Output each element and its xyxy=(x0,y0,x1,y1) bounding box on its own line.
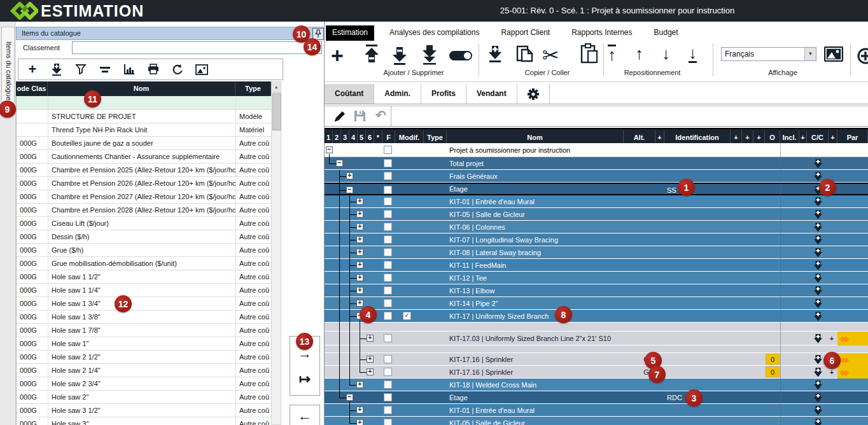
move-up-remove-icon[interactable] xyxy=(363,45,381,65)
tree-row[interactable]: +KIT-07 | Longitudinal Sway Bracing xyxy=(325,233,868,246)
pencil-icon[interactable] xyxy=(333,110,346,123)
catalog-row[interactable]: 000GHole saw 2 3/4"Autre coû xyxy=(17,377,272,391)
copy-icon[interactable] xyxy=(515,45,535,65)
menu-tab-budget[interactable]: Budget xyxy=(648,25,685,41)
incl-arrow-icon[interactable] xyxy=(814,172,822,181)
sub-tab-co-tant[interactable]: Coûtant xyxy=(325,84,374,104)
tree-expander[interactable]: + xyxy=(367,368,374,375)
language-select[interactable]: Français ▼ xyxy=(721,47,816,61)
sub-tab-admin-[interactable]: Admin. xyxy=(374,84,421,104)
tree-expander[interactable]: + xyxy=(356,300,363,307)
catalog-row[interactable]: 000GHole saw 3 1/2"Autre coû xyxy=(17,404,272,417)
incl-arrow-icon[interactable] xyxy=(814,355,822,365)
tree-row[interactable]: +KIT-11 | FeedMain xyxy=(325,259,868,272)
classement-input[interactable] xyxy=(72,41,322,54)
catalog-row[interactable]: 000GChambre et Pension 2026 (Allez-Retou… xyxy=(17,177,272,190)
row-checkbox[interactable] xyxy=(384,299,392,307)
row-checkbox[interactable] xyxy=(384,210,392,218)
catalog-row[interactable]: STRUCTURE DE PROJETModèle xyxy=(17,110,272,123)
gear-icon[interactable] xyxy=(517,84,550,104)
tree-expander[interactable]: + xyxy=(356,198,363,205)
tree-expander[interactable]: + xyxy=(356,381,363,388)
tree-row[interactable]: −ÉtageRDC xyxy=(325,391,868,404)
catalog-row[interactable]: 000GGrue mobilisation-démobilisation ($/… xyxy=(17,257,272,270)
catalog-row[interactable]: 000GChambre et Pension 2025 (Allez-Retou… xyxy=(17,164,272,177)
undo-icon[interactable]: ↶ xyxy=(375,108,386,123)
incl-arrow-icon[interactable] xyxy=(814,248,822,258)
move-down-remove-icon[interactable] xyxy=(391,45,409,65)
tree-row[interactable]: −ÉtageSS xyxy=(325,183,868,195)
incl-arrow-icon[interactable] xyxy=(814,419,822,425)
catalog-row[interactable]: 000GHole saw 1 7/8"Autre coû xyxy=(17,324,272,337)
catalog-row[interactable]: 000GHole saw 3"Autre coû xyxy=(17,417,272,425)
tree-column-header[interactable]: 1 xyxy=(325,130,333,144)
row-checkbox[interactable] xyxy=(384,261,392,269)
row-checkbox[interactable] xyxy=(384,159,392,167)
tree-column-header[interactable]: Incl. xyxy=(780,130,799,144)
tree-expander[interactable]: + xyxy=(367,356,374,363)
row-checkbox[interactable] xyxy=(384,286,392,295)
tree-row[interactable]: +KIT-01 | Entrée d'eau Mural xyxy=(325,195,868,208)
incl-arrow-icon[interactable] xyxy=(814,299,822,309)
catalog-row[interactable]: 000GCautionnements Chantier - Assurance … xyxy=(17,150,272,164)
incl-arrow-icon[interactable] xyxy=(814,210,822,219)
catalog-row[interactable]: 000GGrue ($/h)Autre coû xyxy=(17,244,272,257)
chart-icon[interactable] xyxy=(123,63,136,76)
tree-row[interactable]: −Total projet xyxy=(325,157,868,170)
tree-row[interactable]: +KIT-18 | Welded Cross Main xyxy=(325,379,868,391)
tree-row[interactable]: +Frais Généraux xyxy=(325,170,868,183)
catalog-scrollbar[interactable]: ▲ xyxy=(271,81,281,425)
row-checkbox[interactable] xyxy=(384,406,392,414)
incl-arrow-icon[interactable] xyxy=(814,159,822,169)
tree-expander[interactable]: + xyxy=(356,249,363,256)
move-up-icon[interactable]: ↑ xyxy=(635,45,643,63)
tree-column-header[interactable]: + xyxy=(799,130,807,144)
menu-tab-estimation[interactable]: Estimation xyxy=(326,25,374,41)
tree-column-header[interactable]: 4 xyxy=(349,130,358,144)
scissors-icon[interactable]: ✂ xyxy=(542,43,559,67)
tree-expander[interactable]: + xyxy=(356,236,363,243)
cc-plus-icon[interactable]: + xyxy=(827,331,836,345)
tree-expander[interactable]: + xyxy=(356,223,363,230)
tree-row[interactable]: +KIT-14 | Pipe 2" xyxy=(325,297,868,310)
tree-expander[interactable]: + xyxy=(356,419,363,425)
toggle-icon[interactable] xyxy=(449,51,472,60)
add-icon[interactable]: + xyxy=(26,63,39,76)
catalog-row[interactable]: 000GHole saw 2"Autre coû xyxy=(17,391,272,404)
catalog-column-header[interactable]: Type xyxy=(235,81,271,96)
tree-column-header[interactable]: 6 xyxy=(366,130,374,144)
incl-arrow-icon[interactable] xyxy=(814,380,822,390)
tree-column-header[interactable]: 3 xyxy=(341,130,349,144)
menu-tab-analyses-des-compilations[interactable]: Analyses des compilations xyxy=(383,25,486,41)
image-view-icon[interactable] xyxy=(823,46,844,62)
catalog-row[interactable] xyxy=(17,96,272,110)
row-checkbox[interactable] xyxy=(384,146,392,154)
tree-column-header[interactable]: + xyxy=(829,130,837,144)
catalog-row[interactable]: 000GHole saw 1 1/2"Autre coû xyxy=(17,270,272,284)
move-top-icon[interactable]: ↑ xyxy=(608,45,616,63)
tree-expander[interactable]: + xyxy=(356,407,363,414)
tree-row[interactable]: +KIT-06 | Colonnes xyxy=(325,221,868,233)
tree-column-header[interactable]: + xyxy=(731,130,742,144)
scrollbar-thumb[interactable] xyxy=(272,94,281,130)
catalog-row[interactable]: 000GCiseau Lift ($/jour)Autre coû xyxy=(17,217,272,230)
arrow-left-icon[interactable]: ← xyxy=(290,408,319,424)
row-checkbox[interactable] xyxy=(384,172,392,180)
tree-expander[interactable]: + xyxy=(356,211,363,218)
paste-add-icon[interactable] xyxy=(486,45,504,65)
tree-expander[interactable]: + xyxy=(356,261,363,268)
incl-arrow-icon[interactable] xyxy=(814,368,822,377)
tree-column-header[interactable]: O xyxy=(765,130,780,144)
tree-expander[interactable]: − xyxy=(326,146,333,153)
tree-column-header[interactable]: C/C xyxy=(807,130,829,144)
dropdown-arrow-icon[interactable]: ▼ xyxy=(804,48,816,60)
incl-arrow-icon[interactable] xyxy=(814,197,822,207)
tree-expander[interactable]: + xyxy=(346,172,353,179)
tree-expander[interactable]: − xyxy=(346,394,353,401)
row-checkbox[interactable] xyxy=(384,368,392,376)
move-down-icon[interactable]: ↓ xyxy=(662,45,670,63)
tree-row[interactable]: +KIT-08 | Lateral Sway bracing xyxy=(325,246,868,259)
row-checkbox[interactable] xyxy=(384,186,392,194)
tree-row[interactable]: +KIT-17.16 | SprinklerG10◆◆ xyxy=(325,353,868,366)
tree-expander[interactable]: + xyxy=(356,274,363,281)
